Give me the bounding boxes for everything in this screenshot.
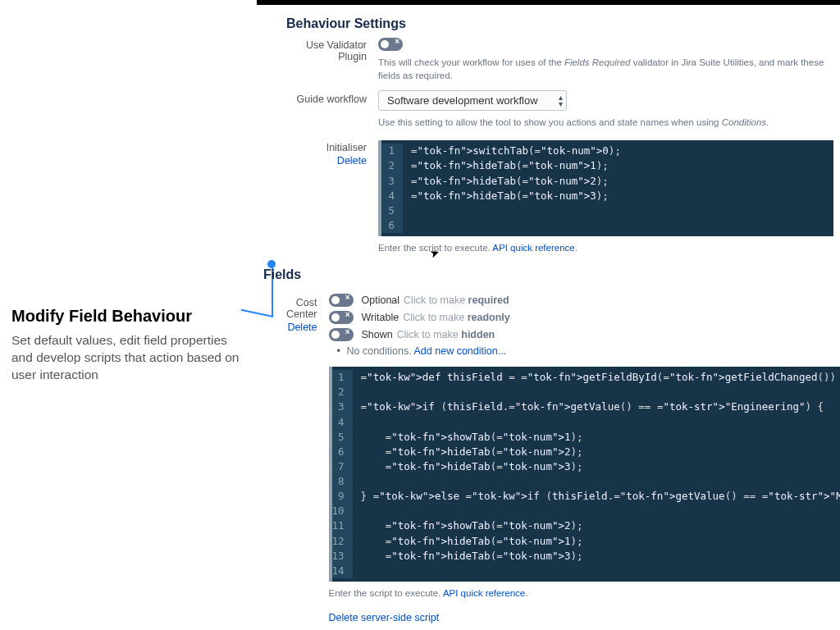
delete-server-script-link[interactable]: Delete server-side script	[329, 612, 440, 623]
select-arrows-icon	[559, 94, 559, 108]
validator-label: Use Validator Plugin	[286, 36, 378, 62]
api-quick-reference-link[interactable]: API quick reference	[443, 588, 525, 598]
annotation-body: Set default values, edit field propertie…	[11, 332, 241, 384]
guide-workflow-label: Guide workflow	[286, 90, 378, 105]
section-behaviour-settings: Behaviour Settings	[286, 16, 840, 31]
validator-help: This will check your workflow for uses o…	[378, 56, 833, 82]
guide-workflow-select[interactable]: Software development workflow	[378, 90, 567, 111]
field-option-hint: Click to make required	[404, 294, 509, 306]
initialiser-label: Initialiser	[326, 142, 367, 153]
validator-toggle[interactable]: ×	[378, 38, 403, 51]
annotation-title: Modify Field Behaviour	[11, 307, 241, 326]
api-quick-reference-link[interactable]: API quick reference	[492, 243, 574, 253]
field-option-toggle[interactable]: ×	[329, 311, 354, 324]
cost-center-label: Cost Center	[286, 297, 317, 320]
cost-center-help: Enter the script to execute. API quick r…	[329, 587, 840, 600]
field-option-row: ×WritableClick to make readonly	[329, 311, 840, 324]
initialiser-delete-link[interactable]: Delete	[286, 155, 367, 167]
field-option-state: Optional	[362, 294, 400, 306]
field-option-toggle[interactable]: ×	[329, 294, 354, 307]
field-option-row: ×ShownClick to make hidden	[329, 328, 840, 341]
section-fields: Fields	[263, 267, 840, 282]
field-option-state: Writable	[362, 312, 399, 323]
field-option-hint: Click to make readonly	[403, 312, 510, 323]
annotation-callout: Modify Field Behaviour Set default value…	[11, 307, 241, 384]
guide-workflow-selected: Software development workflow	[387, 94, 538, 107]
initialiser-code-editor[interactable]: 1="tok-fn">switchTab(="tok-num">0);2="to…	[378, 140, 833, 236]
initialiser-help: Enter the script to execute. API quick r…	[378, 241, 833, 254]
field-option-toggle[interactable]: ×	[329, 328, 354, 341]
field-option-row: ×OptionalClick to make required	[329, 294, 840, 307]
guide-workflow-help: Use this setting to allow the tool to sh…	[378, 116, 833, 129]
cost-center-delete-link[interactable]: Delete	[286, 322, 317, 333]
add-condition-link[interactable]: Add new condition...	[414, 345, 507, 357]
settings-panel: Behaviour Settings Use Validator Plugin …	[257, 5, 840, 630]
field-option-hint: Click to make hidden	[397, 329, 495, 340]
field-option-state: Shown	[362, 329, 393, 340]
conditions-row: No conditions. Add new condition...	[329, 345, 840, 357]
cost-center-code-editor[interactable]: 1="tok-kw">def thisField = ="tok-fn">get…	[329, 367, 840, 582]
